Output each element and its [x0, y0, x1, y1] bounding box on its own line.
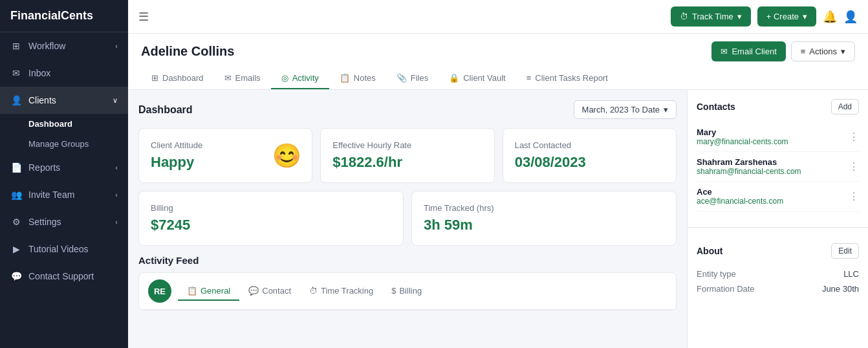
hamburger-button[interactable]: ☰	[138, 10, 149, 24]
contact-email: mary@financial-cents.com	[697, 137, 788, 146]
chevron-down-icon: ▾	[841, 47, 845, 56]
sidebar-item-settings[interactable]: ⚙ Settings ‹	[0, 208, 128, 235]
tab-files[interactable]: 📎 Files	[386, 68, 439, 89]
create-button[interactable]: + Create ▾	[757, 6, 816, 27]
tab-notes[interactable]: 📋 Notes	[329, 68, 386, 89]
email-client-button[interactable]: ✉ Email Client	[711, 41, 785, 61]
stat-card-last-contacted: Last Contacted 03/08/2023	[503, 128, 677, 183]
add-contact-button[interactable]: Add	[831, 99, 859, 114]
about-header: About Edit	[697, 243, 859, 259]
user-icon[interactable]: 👤	[843, 10, 858, 24]
stat-label: Time Tracked (hrs)	[424, 203, 664, 213]
client-tasks-tab-icon: ≡	[526, 73, 532, 83]
tab-dashboard[interactable]: ⊞ Dashboard	[141, 68, 214, 89]
activity-tab-icon: ◎	[281, 73, 288, 83]
time-tracking-tab-icon: ⏱	[309, 286, 318, 296]
about-formation-date-value: June 30th	[822, 284, 859, 294]
tab-activity[interactable]: ◎ Activity	[271, 68, 329, 89]
stat-card-time-tracked: Time Tracked (hrs) 3h 59m	[411, 191, 677, 246]
sidebar-item-label: Invite Team	[28, 190, 74, 200]
stat-card-client-attitude: Client Attitude Happy 😊	[138, 128, 312, 183]
client-actions: ✉ Email Client ≡ Actions ▾	[711, 41, 855, 61]
dashboard-header: Dashboard March, 2023 To Date ▾	[138, 100, 677, 119]
sidebar-item-tutorial-videos[interactable]: ▶ Tutorial Videos	[0, 235, 128, 263]
email-icon: ✉	[721, 47, 728, 56]
right-sidebar: Contacts Add Mary mary@financial-cents.c…	[687, 90, 868, 348]
sidebar-sub-dashboard[interactable]: Dashboard	[0, 114, 128, 134]
contact-menu-button[interactable]: ⋮	[849, 160, 859, 173]
contact-item-ace: Ace ace@financial-cents.com ⋮	[697, 182, 859, 212]
about-title: About	[697, 246, 722, 256]
stat-cards-row-2: Billing $7245 Time Tracked (hrs) 3h 59m	[138, 191, 677, 246]
activity-tabs: 📋 General 💬 Contact ⏱ Time Tracking	[178, 282, 431, 301]
tab-emails[interactable]: ✉ Emails	[214, 68, 271, 89]
notification-icon[interactable]: 🔔	[823, 10, 837, 24]
app-logo: FinancialCents	[0, 0, 128, 32]
reports-icon: 📄	[10, 162, 22, 173]
contact-info: Ace ace@financial-cents.com	[697, 187, 783, 206]
activity-title: Activity Feed	[138, 255, 677, 266]
sidebar-sub-manage-groups[interactable]: Manage Groups	[0, 134, 128, 154]
stat-value-time-tracked: 3h 59m	[424, 217, 664, 234]
contact-support-icon: 💬	[10, 270, 22, 282]
dashboard-main: Dashboard March, 2023 To Date ▾ Client A…	[128, 90, 687, 348]
stat-card-hourly-rate: Effective Hourly Rate $1822.6/hr	[320, 128, 494, 183]
stat-card-billing: Billing $7245	[138, 191, 404, 246]
activity-tab-time-tracking[interactable]: ⏱ Time Tracking	[300, 282, 382, 301]
sidebar-item-contact-support[interactable]: 💬 Contact Support	[0, 263, 128, 290]
settings-icon: ⚙	[10, 216, 22, 228]
about-entity-type-label: Entity type	[697, 269, 736, 279]
activity-tab-general[interactable]: 📋 General	[178, 282, 239, 301]
clock-icon: ⏱	[680, 12, 688, 21]
contact-name: Ace	[697, 187, 783, 197]
stat-label: Last Contacted	[515, 140, 664, 150]
sidebar-item-label: Inbox	[28, 68, 50, 78]
chevron-down-icon: ▾	[664, 105, 668, 114]
date-range-picker[interactable]: March, 2023 To Date ▾	[574, 100, 677, 119]
tab-client-vault[interactable]: 🔒 Client Vault	[439, 68, 516, 89]
client-header: Adeline Collins ✉ Email Client ≡ Actions…	[128, 34, 868, 90]
stat-label: Effective Hourly Rate	[332, 140, 482, 150]
dashboard-title: Dashboard	[138, 104, 193, 116]
stat-value-billing: $7245	[151, 217, 391, 234]
about-entity-type-row: Entity type LLC	[697, 266, 859, 281]
contact-item-mary: Mary mary@financial-cents.com ⋮	[697, 122, 859, 152]
sidebar-item-reports[interactable]: 📄 Reports ‹	[0, 154, 128, 181]
contact-info: Mary mary@financial-cents.com	[697, 127, 788, 146]
sidebar-item-label: Tutorial Videos	[28, 244, 89, 254]
dashboard-area: Dashboard March, 2023 To Date ▾ Client A…	[128, 90, 868, 348]
edit-about-button[interactable]: Edit	[831, 243, 859, 259]
emails-tab-icon: ✉	[224, 73, 232, 83]
sidebar-item-label: Settings	[28, 217, 61, 227]
sidebar-nav: ⊞ Workflow ‹ ✉ Inbox 👤 Clients ∨ Dashboa…	[0, 32, 128, 348]
about-section: About Edit Entity type LLC Formation Dat…	[688, 234, 868, 305]
attitude-emoji: 😊	[272, 142, 301, 169]
sidebar-item-label: Reports	[28, 162, 60, 173]
notes-tab-icon: 📋	[340, 73, 350, 83]
stat-label: Billing	[151, 203, 391, 213]
sidebar-item-label: Contact Support	[28, 271, 94, 281]
client-name: Adeline Collins	[141, 44, 234, 59]
invite-team-icon: 👥	[10, 189, 22, 201]
sidebar-item-workflow[interactable]: ⊞ Workflow ‹	[0, 32, 128, 60]
sidebar-item-inbox[interactable]: ✉ Inbox	[0, 60, 128, 87]
contact-menu-button[interactable]: ⋮	[849, 131, 859, 143]
client-tabs: ⊞ Dashboard ✉ Emails ◎ Activity 📋 Notes …	[141, 68, 855, 89]
inbox-icon: ✉	[10, 67, 22, 79]
about-formation-date-label: Formation Date	[697, 284, 755, 294]
tab-client-tasks-report[interactable]: ≡ Client Tasks Report	[516, 68, 618, 89]
contact-menu-button[interactable]: ⋮	[849, 190, 859, 202]
contact-name: Mary	[697, 127, 788, 137]
activity-tab-contact[interactable]: 💬 Contact	[239, 282, 300, 301]
chevron-icon: ‹	[115, 164, 118, 171]
stat-cards-row-1: Client Attitude Happy 😊 Effective Hourly…	[138, 128, 677, 183]
sidebar-item-invite-team[interactable]: 👥 Invite Team ‹	[0, 181, 128, 208]
actions-button[interactable]: ≡ Actions ▾	[791, 41, 855, 61]
activity-tab-billing[interactable]: $ Billing	[382, 282, 431, 301]
stat-value-hourly-rate: $1822.6/hr	[332, 154, 482, 171]
dashboard-tab-icon: ⊞	[151, 73, 158, 83]
chevron-down-icon: ▾	[737, 12, 742, 21]
track-time-button[interactable]: ⏱ Track Time ▾	[671, 6, 751, 27]
contact-email: ace@financial-cents.com	[697, 197, 783, 206]
sidebar-item-clients[interactable]: 👤 Clients ∨	[0, 87, 128, 114]
